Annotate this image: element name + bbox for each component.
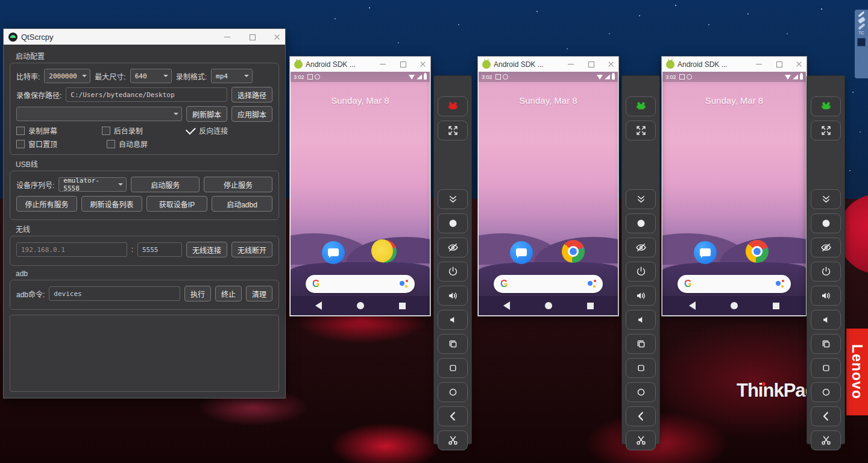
toolbar-power-button[interactable] (438, 262, 468, 282)
maximize-button[interactable] (775, 60, 784, 69)
checkbox-background-record[interactable]: 后台录制 (102, 125, 187, 136)
checkbox-record-screen[interactable]: 录制屏幕 (16, 125, 102, 136)
toolbar-back-button[interactable] (626, 406, 656, 426)
toolbar-home-button[interactable] (438, 382, 468, 402)
toolbar-app-switch-button[interactable] (438, 334, 468, 354)
start-service-button[interactable]: 启动服务 (131, 177, 200, 192)
checkbox-window-on-top[interactable]: 窗口置顶 (16, 139, 107, 149)
chrome-app-icon[interactable] (374, 240, 397, 263)
clear-button[interactable]: 清理 (246, 286, 272, 301)
toolbar-back-button[interactable] (438, 406, 468, 426)
refresh-script-button[interactable]: 刷新脚本 (186, 106, 227, 122)
terminate-button[interactable]: 终止 (215, 286, 242, 301)
maximize-button[interactable] (398, 60, 407, 69)
toolbar-device-skin-button[interactable] (438, 96, 468, 116)
nav-recents-button[interactable] (587, 303, 594, 309)
assistant-icon[interactable] (400, 279, 408, 289)
toolbar-back-button[interactable] (811, 406, 841, 426)
messages-app-icon[interactable] (322, 241, 345, 264)
toolbar-power-button[interactable] (811, 262, 841, 282)
toolbar-hide-screen-button[interactable] (438, 238, 468, 257)
close-button[interactable] (606, 60, 615, 69)
emulator-titlebar[interactable]: Android SDK ... (290, 57, 430, 72)
toolbar-volume-down-button[interactable] (438, 310, 468, 330)
stop-all-services-button[interactable]: 停止所有服务 (16, 196, 77, 212)
minimize-button[interactable] (223, 33, 232, 42)
google-search-bar[interactable]: G (678, 275, 791, 293)
minimize-button[interactable] (379, 60, 388, 69)
toolbar-fullscreen-button[interactable] (626, 121, 656, 140)
nav-recents-button[interactable] (399, 303, 406, 309)
toolbar-app-switch-button[interactable] (811, 334, 841, 354)
adb-output-console[interactable] (10, 315, 279, 392)
serial-select[interactable]: emulator-5558 (58, 177, 127, 192)
messages-app-icon[interactable] (694, 241, 717, 264)
minimize-button[interactable] (567, 60, 576, 69)
minimize-button[interactable] (755, 60, 764, 69)
emulator-titlebar[interactable]: Android SDK ... (662, 57, 807, 72)
script-select[interactable] (16, 107, 182, 121)
assistant-icon[interactable] (776, 279, 784, 289)
qtscrcpy-titlebar[interactable]: QtScrcpy (4, 29, 285, 45)
wireless-disconnect-button[interactable]: 无线断开 (231, 242, 272, 257)
google-search-bar[interactable]: G (494, 275, 603, 293)
eraser-icon[interactable] (857, 16, 865, 24)
toolbar-home-button[interactable] (811, 382, 841, 402)
nav-back-button[interactable] (503, 301, 510, 310)
toolbar-collapse-button[interactable] (438, 189, 468, 209)
toolbar-volume-down-button[interactable] (626, 310, 656, 330)
toolbar-hide-screen-button[interactable] (626, 238, 656, 257)
record-format-select[interactable]: mp4 (211, 69, 253, 83)
get-device-ip-button[interactable]: 获取设备IP (146, 196, 207, 212)
toolbar-collapse-button[interactable] (626, 189, 656, 209)
nav-recents-button[interactable] (773, 303, 779, 309)
toolbar-volume-up-button[interactable] (438, 286, 468, 306)
nav-home-button[interactable] (357, 302, 364, 309)
toolbar-volume-down-button[interactable] (811, 310, 841, 330)
checkbox-auto-screen-off[interactable]: 自动息屏 (107, 139, 197, 149)
chrome-app-icon[interactable] (562, 240, 585, 263)
toolbar-fullscreen-button[interactable] (438, 121, 468, 140)
toolbar-power-button[interactable] (626, 262, 656, 282)
stop-service-button[interactable]: 停止服务 (204, 177, 272, 192)
assistant-icon[interactable] (588, 279, 596, 289)
wireless-port-input[interactable]: 5555 (137, 242, 182, 257)
marker-icon[interactable] (858, 23, 866, 30)
maximize-button[interactable] (248, 33, 257, 42)
toolbar-hide-screen-button[interactable] (811, 238, 841, 257)
start-adbd-button[interactable]: 启动adbd (212, 196, 272, 212)
toolbar-collapse-button[interactable] (811, 189, 841, 209)
checkbox-box[interactable] (16, 127, 25, 135)
checkbox-box[interactable] (107, 140, 115, 148)
color-swatch-icon[interactable] (857, 38, 866, 46)
adb-command-input[interactable]: devices (49, 286, 180, 301)
toolbar-screenshot-button[interactable] (626, 430, 656, 450)
emulator-titlebar[interactable]: Android SDK ... (478, 57, 618, 72)
phone-screen[interactable]: 3:02 Sunday, Mar 8 G (479, 72, 618, 315)
wireless-ip-input[interactable]: 192.168.0.1 (16, 242, 127, 257)
google-search-bar[interactable]: G (306, 275, 415, 293)
checkmark-icon[interactable] (186, 124, 196, 134)
save-path-input[interactable]: C:/Users/bytedance/Desktop (66, 87, 227, 102)
execute-button[interactable]: 执行 (184, 286, 211, 301)
apply-script-button[interactable]: 应用脚本 (231, 106, 272, 122)
toolbar-touch-button[interactable] (626, 213, 656, 233)
toolbar-device-skin-button[interactable] (811, 96, 841, 116)
toolbar-screenshot-button[interactable] (438, 430, 468, 450)
nav-home-button[interactable] (731, 302, 738, 309)
toolbar-device-skin-button[interactable] (626, 96, 656, 116)
messages-app-icon[interactable] (510, 241, 533, 264)
bitrate-select[interactable]: 2000000 (44, 69, 90, 83)
toolbar-touch-button[interactable] (438, 213, 468, 233)
toolbar-menu-button[interactable] (626, 358, 656, 378)
toolbar-app-switch-button[interactable] (626, 334, 656, 354)
checkbox-box[interactable] (102, 127, 110, 135)
nav-back-button[interactable] (689, 301, 696, 310)
wireless-connect-button[interactable]: 无线连接 (186, 242, 227, 257)
max-size-select[interactable]: 640 (130, 69, 172, 83)
toolbar-touch-button[interactable] (811, 213, 841, 233)
close-button[interactable] (272, 33, 281, 42)
toolbar-volume-up-button[interactable] (811, 286, 841, 306)
pen-icon[interactable] (858, 11, 864, 17)
toolbar-menu-button[interactable] (811, 358, 841, 378)
